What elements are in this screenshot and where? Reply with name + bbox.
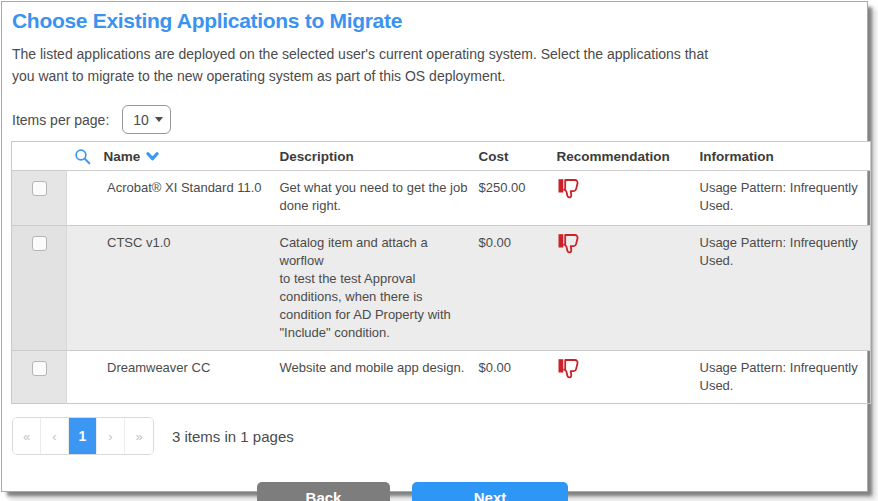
column-header-recommendation[interactable]: Recommendation [557,142,700,171]
first-page-button[interactable]: « [13,418,41,454]
row-checkbox[interactable] [32,361,47,376]
back-button[interactable]: Back [257,482,390,501]
header-checkbox-spacer [12,142,67,171]
next-button[interactable]: Next [412,482,568,501]
app-name: Dreamweaver CC [67,351,280,404]
applications-table: Name Description Cost Recommendation Inf… [11,141,871,404]
app-cost: $250.00 [479,171,557,226]
pager: « ‹ 1 › » [12,417,154,455]
items-per-page-label: Items per page: [12,112,109,128]
table-header-row: Name Description Cost Recommendation Inf… [12,142,871,171]
items-per-page-row: Items per page: 10 [12,105,867,134]
sort-desc-icon [146,152,159,161]
column-header-description[interactable]: Description [280,142,479,171]
row-checkbox[interactable] [32,181,47,196]
search-icon[interactable] [74,148,91,165]
app-cost: $0.00 [479,351,557,404]
thumbs-down-icon [557,357,583,382]
next-page-button[interactable]: › [97,418,125,454]
pagination-summary: 3 items in 1 pages [172,428,294,445]
table-row: Acrobat® XI Standard 11.0 Get what you n… [12,171,871,226]
column-header-name[interactable]: Name [67,142,280,171]
app-information: Usage Pattern: Infrequently Used. [700,226,871,351]
column-header-name-label: Name [104,149,141,164]
items-per-page-select[interactable]: 10 [122,105,171,134]
caret-down-icon [155,117,163,122]
app-name: CTSC v1.0 [67,226,280,351]
app-description: Catalog item and attach a worflow to tes… [280,226,479,351]
app-description: Website and mobile app design. [280,351,479,404]
intro-text: The listed applications are deployed on … [12,43,855,87]
migrate-applications-dialog: Choose Existing Applications to Migrate … [1,1,868,492]
pagination-bar: « ‹ 1 › » 3 items in 1 pages [12,417,867,455]
app-name: Acrobat® XI Standard 11.0 [67,171,280,226]
app-information: Usage Pattern: Infrequently Used. [700,171,871,226]
table-row: Dreamweaver CC Website and mobile app de… [12,351,871,404]
app-cost: $0.00 [479,226,557,351]
column-header-cost[interactable]: Cost [479,142,557,171]
table-row: CTSC v1.0 Catalog item and attach a worf… [12,226,871,351]
thumbs-down-icon [557,177,583,202]
wizard-footer: Back Next [257,482,867,501]
last-page-button[interactable]: » [125,418,153,454]
thumbs-down-icon [557,232,583,257]
app-information: Usage Pattern: Infrequently Used. [700,351,871,404]
app-description: Get what you need to get the job done ri… [280,171,479,226]
items-per-page-value: 10 [133,112,149,128]
page-1-button[interactable]: 1 [69,418,97,454]
previous-page-button[interactable]: ‹ [41,418,69,454]
page-title: Choose Existing Applications to Migrate [12,9,857,33]
column-header-information[interactable]: Information [700,142,871,171]
row-checkbox[interactable] [32,236,47,251]
